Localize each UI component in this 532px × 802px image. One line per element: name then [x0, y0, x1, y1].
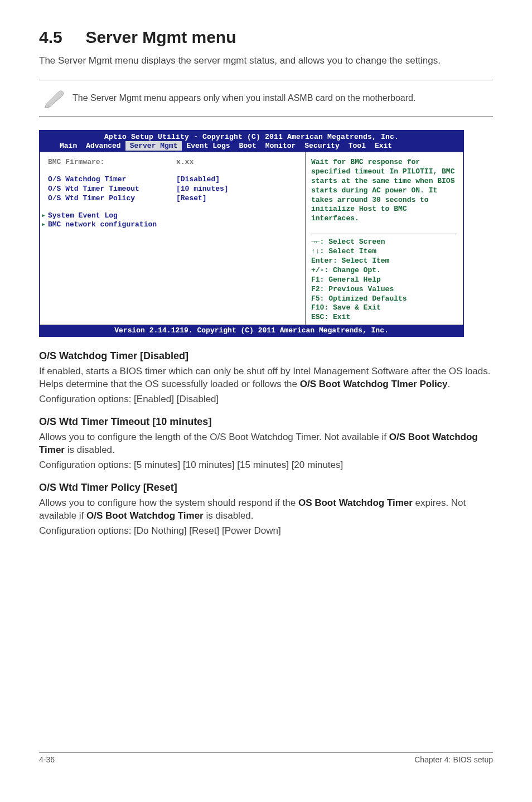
bios-tab-advanced[interactable]: Advanced	[81, 141, 125, 151]
bios-row-wtd-policy[interactable]: O/S Wtd Timer Policy [Reset]	[48, 194, 299, 204]
option-heading-wtd-policy: O/S Wtd Timer Policy [Reset]	[39, 482, 493, 494]
option-body: Allows you to configure how the system s…	[39, 497, 493, 523]
bios-tab-monitor[interactable]: Monitor	[261, 141, 301, 151]
option-body: Allows you to configure the length of th…	[39, 431, 493, 457]
text: is disabled.	[65, 445, 115, 455]
note-text: The Server Mgmt menu appears only when y…	[69, 92, 415, 104]
bios-label: BMC Firmware:	[48, 158, 176, 167]
bios-tab-main[interactable]: Main	[55, 141, 81, 151]
page-footer: 4-36 Chapter 4: BIOS setup	[39, 752, 493, 764]
text: Allows you to configure the length of th…	[39, 432, 389, 442]
bios-submenu-label: System Event Log	[48, 211, 118, 220]
bios-tab-tool[interactable]: Tool	[344, 141, 370, 151]
spacer	[48, 204, 299, 211]
option-heading-wtd-timeout: O/S Wtd Timer Timeout [10 minutes]	[39, 416, 493, 428]
text: Allows you to configure how the system s…	[39, 497, 298, 508]
option-body: If enabled, starts a BIOS timer which ca…	[39, 365, 493, 391]
text-bold: O/S Boot Watchdog TImer Policy	[300, 379, 448, 389]
bios-screenshot: Aptio Setup Utility - Copyright (C) 2011…	[39, 130, 464, 337]
section-number: 4.5	[39, 28, 62, 46]
bios-help-text: Wait for BMC response for specified time…	[311, 158, 457, 224]
chevron-right-icon: ▸	[41, 211, 48, 221]
section-title-text: Server Mgmt menu	[85, 28, 236, 46]
text-bold: OS Boot Watchdog Timer	[298, 497, 413, 508]
bios-row-firmware: BMC Firmware: x.xx	[48, 158, 299, 167]
bios-body: BMC Firmware: x.xx O/S Watchdog Timer [D…	[40, 152, 463, 325]
text: is disabled.	[204, 510, 254, 521]
option-config: Configuration options: [5 minutes] [10 m…	[39, 459, 493, 472]
text: .	[448, 379, 451, 389]
bios-tab-boot[interactable]: Boot	[234, 141, 260, 151]
option-heading-watchdog-timer: O/S Watchdog Timer [Disabled]	[39, 350, 493, 362]
page: 4.5 Server Mgmt menu The Server Mgmt men…	[0, 0, 532, 775]
bios-label: O/S Watchdog Timer	[48, 175, 176, 185]
option-config: Configuration options: [Enabled] [Disabl…	[39, 393, 493, 406]
bios-submenu-label: BMC network configuration	[48, 220, 157, 229]
text-bold: O/S Boot Watchdog Timer	[86, 510, 204, 521]
bios-label: O/S Wtd Timer Timeout	[48, 185, 176, 194]
bios-tab-server-mgmt[interactable]: Server Mgmt	[125, 141, 182, 151]
spacer	[48, 167, 299, 175]
bios-tab-security[interactable]: Security	[300, 141, 344, 151]
bios-value: [Reset]	[176, 194, 207, 204]
section-heading: 4.5 Server Mgmt menu	[39, 28, 493, 47]
bios-label: O/S Wtd Timer Policy	[48, 194, 176, 204]
bios-key-legend: →←: Select Screen ↑↓: Select Item Enter:…	[311, 234, 457, 322]
bios-value: [10 minutes]	[176, 185, 229, 194]
intro-paragraph: The Server Mgmt menu displays the server…	[39, 55, 493, 67]
note-icon	[39, 85, 69, 112]
bios-left-pane: BMC Firmware: x.xx O/S Watchdog Timer [D…	[40, 152, 306, 325]
bios-tab-exit[interactable]: Exit	[370, 141, 396, 151]
bios-row-watchdog-timer[interactable]: O/S Watchdog Timer [Disabled]	[48, 175, 299, 185]
bios-tab-event-logs[interactable]: Event Logs	[182, 141, 234, 151]
bios-right-pane: Wait for BMC response for specified time…	[306, 152, 463, 325]
option-config: Configuration options: [Do Nothing] [Res…	[39, 525, 493, 538]
bios-submenu-system-event-log[interactable]: ▸System Event Log	[41, 211, 299, 221]
note-block: The Server Mgmt menu appears only when y…	[39, 80, 493, 117]
bios-value: x.xx	[176, 158, 194, 167]
bios-submenu-bmc-network[interactable]: ▸BMC network configuration	[41, 220, 299, 230]
bios-row-wtd-timeout[interactable]: O/S Wtd Timer Timeout [10 minutes]	[48, 185, 299, 194]
bios-value: [Disabled]	[176, 175, 220, 185]
bios-header: Aptio Setup Utility - Copyright (C) 2011…	[40, 131, 463, 141]
chapter-label: Chapter 4: BIOS setup	[414, 755, 493, 764]
bios-tab-bar: Main Advanced Server Mgmt Event Logs Boo…	[40, 141, 463, 152]
bios-footer: Version 2.14.1219. Copyright (C) 2011 Am…	[40, 325, 463, 336]
page-number: 4-36	[39, 755, 55, 764]
chevron-right-icon: ▸	[41, 220, 48, 230]
